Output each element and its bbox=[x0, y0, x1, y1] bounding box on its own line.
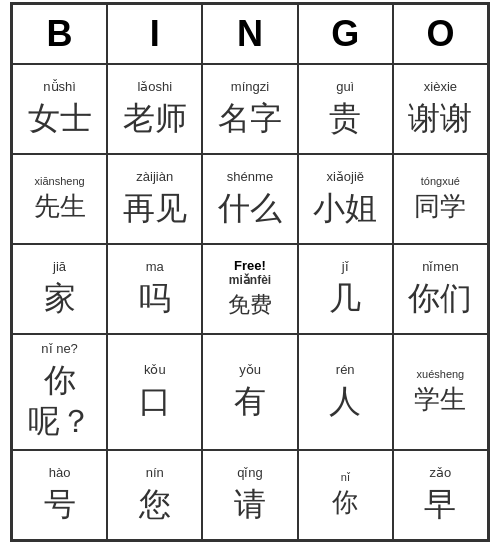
bingo-cell: nǐ ne?你呢？ bbox=[12, 334, 107, 450]
header-letter: N bbox=[202, 4, 297, 64]
cell-english: Free! bbox=[234, 258, 266, 273]
bingo-cell: shénme什么 bbox=[202, 154, 297, 244]
cell-pinyin: rén bbox=[336, 362, 355, 379]
header-letter: G bbox=[298, 4, 393, 64]
cell-chinese: 什么 bbox=[218, 188, 282, 230]
cell-chinese: 您 bbox=[139, 484, 171, 526]
cell-chinese: 早 bbox=[424, 484, 456, 526]
bingo-cell: xièxie谢谢 bbox=[393, 64, 488, 154]
cell-chinese: 有 bbox=[234, 381, 266, 423]
cell-chinese: 请 bbox=[234, 484, 266, 526]
bingo-cell: xuésheng学生 bbox=[393, 334, 488, 450]
bingo-cell: xiǎojiě小姐 bbox=[298, 154, 393, 244]
cell-pinyin: nǚshì bbox=[43, 79, 76, 96]
cell-pinyin: jǐ bbox=[342, 259, 349, 276]
bingo-cell: nín您 bbox=[107, 450, 202, 540]
cell-pinyin: hào bbox=[49, 465, 71, 482]
header-letter: I bbox=[107, 4, 202, 64]
bingo-cell: lǎoshi老师 bbox=[107, 64, 202, 154]
cell-pinyin: míngzi bbox=[231, 79, 269, 96]
bingo-grid: nǚshì女士lǎoshi老师míngzi名字guì贵xièxie谢谢xiāns… bbox=[12, 64, 488, 540]
cell-pinyin: miǎnfèi bbox=[229, 273, 271, 289]
cell-chinese: 吗 bbox=[139, 278, 171, 320]
cell-pinyin: nǐ ne? bbox=[41, 341, 78, 358]
cell-pinyin: zǎo bbox=[430, 465, 452, 482]
cell-pinyin: qǐng bbox=[237, 465, 263, 482]
bingo-cell: yǒu有 bbox=[202, 334, 297, 450]
bingo-cell: rén人 bbox=[298, 334, 393, 450]
cell-chinese: 名字 bbox=[218, 98, 282, 140]
cell-pinyin: nǐmen bbox=[422, 259, 459, 276]
cell-pinyin: ma bbox=[146, 259, 164, 276]
cell-chinese: 口 bbox=[139, 381, 171, 423]
cell-pinyin: xiānsheng bbox=[35, 174, 85, 188]
bingo-cell: guì贵 bbox=[298, 64, 393, 154]
cell-pinyin: shénme bbox=[227, 169, 273, 186]
cell-pinyin: jiā bbox=[53, 259, 66, 276]
cell-pinyin: zàijiàn bbox=[136, 169, 173, 186]
bingo-cell: nǚshì女士 bbox=[12, 64, 107, 154]
cell-chinese: 再见 bbox=[123, 188, 187, 230]
cell-pinyin: nǐ bbox=[341, 470, 350, 484]
bingo-cell: xiānsheng先生 bbox=[12, 154, 107, 244]
header-letter: O bbox=[393, 4, 488, 64]
bingo-cell: tóngxué同学 bbox=[393, 154, 488, 244]
cell-pinyin: kǒu bbox=[144, 362, 166, 379]
cell-pinyin: yǒu bbox=[239, 362, 261, 379]
cell-pinyin: guì bbox=[336, 79, 354, 96]
cell-pinyin: tóngxué bbox=[421, 174, 460, 188]
bingo-cell: jǐ几 bbox=[298, 244, 393, 334]
cell-chinese: 你 bbox=[332, 486, 358, 520]
bingo-cell: zàijiàn再见 bbox=[107, 154, 202, 244]
cell-chinese: 几 bbox=[329, 278, 361, 320]
bingo-cell: nǐ你 bbox=[298, 450, 393, 540]
bingo-cell: ma吗 bbox=[107, 244, 202, 334]
bingo-cell: jiā家 bbox=[12, 244, 107, 334]
cell-chinese: 贵 bbox=[329, 98, 361, 140]
bingo-cell: hào号 bbox=[12, 450, 107, 540]
cell-chinese: 谢谢 bbox=[408, 98, 472, 140]
cell-pinyin: lǎoshi bbox=[137, 79, 172, 96]
cell-chinese: 免费 bbox=[228, 291, 272, 320]
cell-pinyin: nín bbox=[146, 465, 164, 482]
bingo-cell: Free!miǎnfèi免费 bbox=[202, 244, 297, 334]
cell-chinese: 小姐 bbox=[313, 188, 377, 230]
bingo-card: BINGO nǚshì女士lǎoshi老师míngzi名字guì贵xièxie谢… bbox=[10, 2, 490, 542]
cell-chinese: 女士 bbox=[28, 98, 92, 140]
cell-pinyin: xuésheng bbox=[417, 367, 465, 381]
cell-chinese: 号 bbox=[44, 484, 76, 526]
cell-chinese: 同学 bbox=[414, 190, 466, 224]
bingo-header: BINGO bbox=[12, 4, 488, 64]
cell-chinese: 家 bbox=[44, 278, 76, 320]
cell-pinyin: xièxie bbox=[424, 79, 457, 96]
bingo-cell: míngzi名字 bbox=[202, 64, 297, 154]
cell-chinese: 人 bbox=[329, 381, 361, 423]
bingo-cell: qǐng请 bbox=[202, 450, 297, 540]
cell-chinese: 你们 bbox=[408, 278, 472, 320]
cell-chinese: 先生 bbox=[34, 190, 86, 224]
bingo-cell: zǎo早 bbox=[393, 450, 488, 540]
header-letter: B bbox=[12, 4, 107, 64]
cell-chinese: 老师 bbox=[123, 98, 187, 140]
cell-pinyin: xiǎojiě bbox=[326, 169, 364, 186]
cell-chinese: 你呢？ bbox=[17, 360, 102, 443]
bingo-cell: kǒu口 bbox=[107, 334, 202, 450]
bingo-cell: nǐmen你们 bbox=[393, 244, 488, 334]
cell-chinese: 学生 bbox=[414, 383, 466, 417]
